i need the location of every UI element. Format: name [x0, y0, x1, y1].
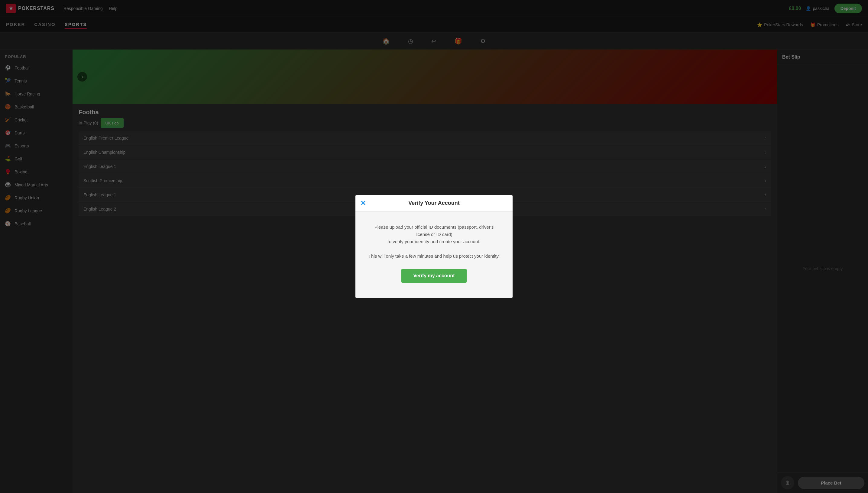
verify-account-modal: ✕ Verify Your Account Please upload your…: [355, 195, 513, 298]
modal-title: Verify Your Account: [408, 200, 460, 206]
modal-overlay[interactable]: ✕ Verify Your Account Please upload your…: [0, 0, 868, 493]
modal-close-button[interactable]: ✕: [360, 200, 366, 207]
modal-header: ✕ Verify Your Account: [355, 195, 513, 212]
modal-description: Please upload your official ID documents…: [367, 223, 501, 260]
modal-body: Please upload your official ID documents…: [355, 212, 513, 298]
verify-my-account-button[interactable]: Verify my account: [401, 269, 467, 283]
